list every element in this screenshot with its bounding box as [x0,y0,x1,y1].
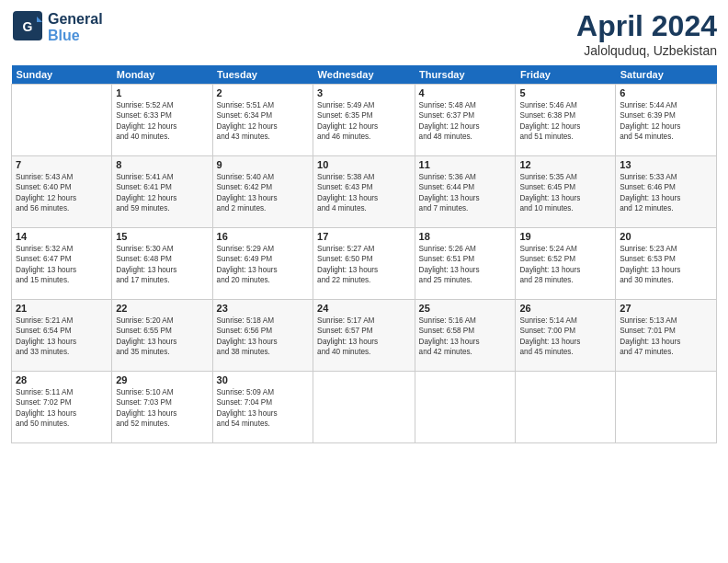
logo-blue: Blue [48,28,103,44]
day-detail: Sunrise: 5:33 AM Sunset: 6:46 PM Dayligh… [620,172,712,214]
calendar-cell: 25Sunrise: 5:16 AM Sunset: 6:58 PM Dayli… [415,300,516,372]
day-number: 2 [217,87,309,98]
calendar-cell: 14Sunrise: 5:32 AM Sunset: 6:47 PM Dayli… [12,228,112,300]
day-number: 24 [317,303,411,314]
svg-text:G: G [23,19,33,34]
calendar-cell: 17Sunrise: 5:27 AM Sunset: 6:50 PM Dayli… [313,228,415,300]
day-number: 3 [317,87,411,98]
calendar-cell: 10Sunrise: 5:38 AM Sunset: 6:43 PM Dayli… [313,156,415,228]
calendar-cell: 5Sunrise: 5:46 AM Sunset: 6:38 PM Daylig… [516,85,616,156]
day-number: 7 [16,159,108,170]
day-number: 10 [317,159,411,170]
day-detail: Sunrise: 5:16 AM Sunset: 6:58 PM Dayligh… [419,316,512,358]
calendar-cell: 7Sunrise: 5:43 AM Sunset: 6:40 PM Daylig… [12,156,112,228]
calendar-week-row: 14Sunrise: 5:32 AM Sunset: 6:47 PM Dayli… [12,228,717,300]
calendar-cell: 15Sunrise: 5:30 AM Sunset: 6:48 PM Dayli… [112,228,212,300]
calendar: SundayMondayTuesdayWednesdayThursdayFrid… [11,65,717,443]
logo-icon: G [11,9,44,42]
day-number: 30 [217,374,309,385]
calendar-day-header: Friday [516,65,616,85]
day-number: 1 [116,87,208,98]
day-number: 23 [217,303,309,314]
calendar-cell: 8Sunrise: 5:41 AM Sunset: 6:41 PM Daylig… [112,156,212,228]
day-number: 27 [620,303,712,314]
calendar-cell: 4Sunrise: 5:48 AM Sunset: 6:37 PM Daylig… [415,85,516,156]
day-number: 13 [620,159,712,170]
calendar-cell: 19Sunrise: 5:24 AM Sunset: 6:52 PM Dayli… [516,228,616,300]
day-detail: Sunrise: 5:49 AM Sunset: 6:35 PM Dayligh… [317,100,411,143]
day-number: 18 [419,231,512,242]
page: G General Blue April 2024 Jalolquduq, Uz… [0,0,728,563]
calendar-cell: 26Sunrise: 5:14 AM Sunset: 7:00 PM Dayli… [516,300,616,372]
day-number: 17 [317,231,411,242]
calendar-week-row: 21Sunrise: 5:21 AM Sunset: 6:54 PM Dayli… [12,300,717,372]
calendar-cell: 24Sunrise: 5:17 AM Sunset: 6:57 PM Dayli… [313,300,415,372]
calendar-cell: 29Sunrise: 5:10 AM Sunset: 7:03 PM Dayli… [112,372,212,443]
calendar-cell: 6Sunrise: 5:44 AM Sunset: 6:39 PM Daylig… [616,85,717,156]
day-detail: Sunrise: 5:52 AM Sunset: 6:33 PM Dayligh… [116,100,208,143]
day-detail: Sunrise: 5:46 AM Sunset: 6:38 PM Dayligh… [519,100,611,143]
day-number: 26 [519,303,611,314]
day-number: 28 [16,374,108,385]
day-number: 8 [116,159,208,170]
calendar-day-header: Tuesday [212,65,313,85]
day-number: 11 [419,159,512,170]
day-number: 9 [217,159,309,170]
day-detail: Sunrise: 5:26 AM Sunset: 6:51 PM Dayligh… [419,244,512,286]
day-detail: Sunrise: 5:41 AM Sunset: 6:41 PM Dayligh… [116,172,208,214]
day-number: 5 [519,87,611,98]
day-detail: Sunrise: 5:29 AM Sunset: 6:49 PM Dayligh… [217,244,309,286]
calendar-week-row: 1Sunrise: 5:52 AM Sunset: 6:33 PM Daylig… [12,85,717,156]
logo: G General Blue [11,9,103,46]
day-number: 16 [217,231,309,242]
calendar-cell: 28Sunrise: 5:11 AM Sunset: 7:02 PM Dayli… [12,372,112,443]
day-detail: Sunrise: 5:48 AM Sunset: 6:37 PM Dayligh… [419,100,512,143]
day-number: 15 [116,231,208,242]
calendar-cell [12,85,112,156]
day-detail: Sunrise: 5:35 AM Sunset: 6:45 PM Dayligh… [519,172,611,214]
calendar-cell: 30Sunrise: 5:09 AM Sunset: 7:04 PM Dayli… [212,372,313,443]
calendar-day-header: Thursday [415,65,516,85]
calendar-day-header: Wednesday [313,65,415,85]
day-number: 21 [16,303,108,314]
calendar-cell [616,372,717,443]
day-detail: Sunrise: 5:38 AM Sunset: 6:43 PM Dayligh… [317,172,411,214]
calendar-week-row: 28Sunrise: 5:11 AM Sunset: 7:02 PM Dayli… [12,372,717,443]
day-number: 20 [620,231,712,242]
calendar-cell: 16Sunrise: 5:29 AM Sunset: 6:49 PM Dayli… [212,228,313,300]
day-detail: Sunrise: 5:23 AM Sunset: 6:53 PM Dayligh… [620,244,712,286]
calendar-cell [516,372,616,443]
day-detail: Sunrise: 5:51 AM Sunset: 6:34 PM Dayligh… [217,100,309,143]
day-detail: Sunrise: 5:11 AM Sunset: 7:02 PM Dayligh… [16,387,108,430]
calendar-cell: 22Sunrise: 5:20 AM Sunset: 6:55 PM Dayli… [112,300,212,372]
day-detail: Sunrise: 5:44 AM Sunset: 6:39 PM Dayligh… [620,100,712,143]
title-block: April 2024 Jalolquduq, Uzbekistan [576,9,717,58]
calendar-cell: 11Sunrise: 5:36 AM Sunset: 6:44 PM Dayli… [415,156,516,228]
day-number: 19 [519,231,611,242]
day-number: 29 [116,374,208,385]
day-number: 22 [116,303,208,314]
day-detail: Sunrise: 5:09 AM Sunset: 7:04 PM Dayligh… [217,387,309,430]
calendar-header-row: SundayMondayTuesdayWednesdayThursdayFrid… [12,65,717,85]
month-title: April 2024 [576,9,717,43]
calendar-week-row: 7Sunrise: 5:43 AM Sunset: 6:40 PM Daylig… [12,156,717,228]
calendar-cell [313,372,415,443]
calendar-day-header: Saturday [616,65,717,85]
day-detail: Sunrise: 5:24 AM Sunset: 6:52 PM Dayligh… [519,244,611,286]
day-detail: Sunrise: 5:27 AM Sunset: 6:50 PM Dayligh… [317,244,411,286]
calendar-cell: 20Sunrise: 5:23 AM Sunset: 6:53 PM Dayli… [616,228,717,300]
day-detail: Sunrise: 5:20 AM Sunset: 6:55 PM Dayligh… [116,316,208,358]
calendar-cell: 9Sunrise: 5:40 AM Sunset: 6:42 PM Daylig… [212,156,313,228]
day-detail: Sunrise: 5:43 AM Sunset: 6:40 PM Dayligh… [16,172,108,214]
calendar-cell: 13Sunrise: 5:33 AM Sunset: 6:46 PM Dayli… [616,156,717,228]
day-number: 4 [419,87,512,98]
calendar-cell: 21Sunrise: 5:21 AM Sunset: 6:54 PM Dayli… [12,300,112,372]
day-detail: Sunrise: 5:13 AM Sunset: 7:01 PM Dayligh… [620,316,712,358]
calendar-day-header: Sunday [12,65,112,85]
header: G General Blue April 2024 Jalolquduq, Uz… [11,9,717,58]
day-detail: Sunrise: 5:36 AM Sunset: 6:44 PM Dayligh… [419,172,512,214]
day-number: 12 [519,159,611,170]
day-number: 6 [620,87,712,98]
day-detail: Sunrise: 5:14 AM Sunset: 7:00 PM Dayligh… [519,316,611,358]
day-detail: Sunrise: 5:40 AM Sunset: 6:42 PM Dayligh… [217,172,309,214]
